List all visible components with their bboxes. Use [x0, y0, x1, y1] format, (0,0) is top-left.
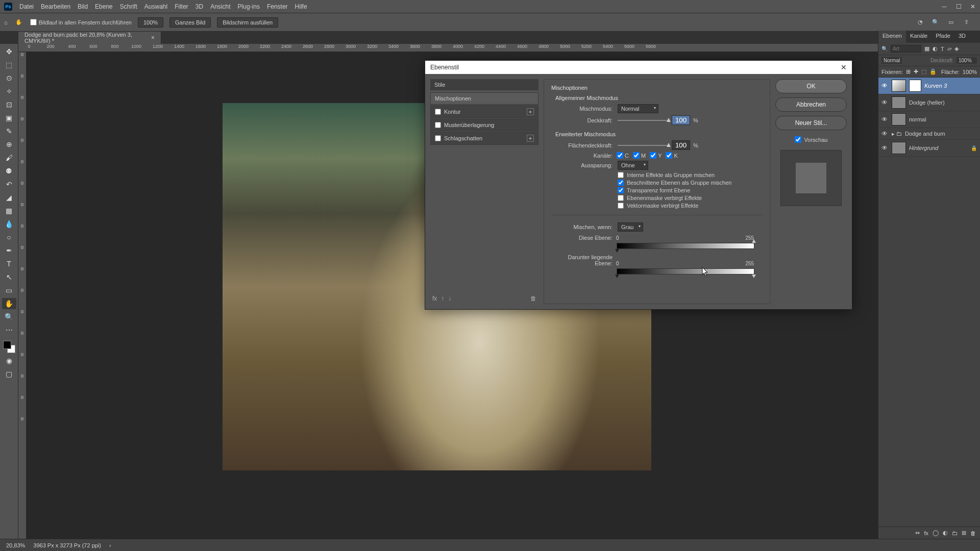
ruler-vertical[interactable]: 000000000000000000: [18, 52, 27, 539]
layer-filter-input[interactable]: [891, 45, 921, 53]
layer-row[interactable]: 👁▸ 🗀Dodge and burn: [878, 128, 980, 140]
zoom-tool[interactable]: 🔍: [2, 311, 16, 322]
menu-plugins[interactable]: Plug-ins: [238, 3, 260, 10]
layer-row[interactable]: 👁Hintergrund🔒: [878, 140, 980, 157]
visibility-icon[interactable]: 👁: [881, 116, 889, 123]
down-icon[interactable]: ↓: [448, 295, 451, 302]
layer-thumbnail[interactable]: [892, 142, 906, 154]
edit-toolbar[interactable]: ⋯: [2, 324, 16, 336]
style-drop-shadow[interactable]: Schlagschatten+: [430, 132, 538, 145]
fill-screen-button[interactable]: Bildschirm ausfüllen: [217, 17, 278, 28]
share-icon[interactable]: ⇪: [962, 18, 971, 27]
visibility-icon[interactable]: 👁: [881, 144, 889, 152]
blend-mode-display[interactable]: Normal: [881, 57, 902, 64]
fx-icon[interactable]: fx: [432, 295, 437, 302]
menu-fenster[interactable]: Fenster: [267, 3, 288, 10]
menu-ebene[interactable]: Ebene: [95, 3, 113, 10]
ruler-horizontal[interactable]: 0200400600800100012001400160018002000220…: [18, 44, 878, 52]
opacity-value[interactable]: 100%: [957, 57, 977, 64]
chk-clipped-layers[interactable]: [618, 180, 624, 186]
layer-name[interactable]: Dodge and burn: [905, 131, 945, 137]
stamp-tool[interactable]: ⚉: [2, 165, 16, 177]
minimize-button[interactable]: ─: [937, 0, 951, 13]
foreground-color[interactable]: [3, 341, 11, 349]
wand-tool[interactable]: ✧: [2, 86, 16, 97]
home-icon[interactable]: ⌂: [4, 19, 8, 26]
tab-kanaele[interactable]: Kanäle: [906, 31, 932, 43]
hand-tool-icon[interactable]: ✋: [14, 17, 24, 28]
zoom-level[interactable]: 20,83%: [6, 542, 25, 548]
tab-3d[interactable]: 3D: [954, 31, 970, 43]
brush-tool[interactable]: 🖌: [2, 152, 16, 163]
style-stroke-checkbox[interactable]: [435, 109, 441, 115]
channel-y-checkbox[interactable]: [650, 152, 656, 159]
dialog-close-icon[interactable]: ✕: [841, 63, 847, 71]
channel-m-checkbox[interactable]: [633, 152, 640, 159]
path-tool[interactable]: ↖: [2, 271, 16, 283]
layer-row[interactable]: 👁normal: [878, 111, 980, 128]
layer-name[interactable]: Kurven 3: [924, 83, 947, 89]
menu-bearbeiten[interactable]: Bearbeiten: [41, 3, 70, 10]
gradient-tool[interactable]: ▦: [2, 205, 16, 216]
scroll-all-checkbox[interactable]: Bildlauf in allen Fenstern durchführen: [30, 19, 132, 26]
blur-tool[interactable]: 💧: [2, 218, 16, 230]
layer-thumbnail[interactable]: [892, 113, 906, 126]
layer-name[interactable]: Dodge (heller): [909, 99, 945, 106]
delete-layer-icon[interactable]: 🗑: [970, 530, 976, 536]
crop-tool[interactable]: ⊡: [2, 99, 16, 110]
filter-img-icon[interactable]: ▦: [924, 45, 929, 52]
close-button[interactable]: ✕: [966, 0, 980, 13]
layer-name[interactable]: normal: [909, 116, 926, 122]
color-swatches[interactable]: [3, 341, 15, 353]
screenmode-tool[interactable]: ▢: [2, 368, 16, 380]
dodge-tool[interactable]: ○: [2, 232, 16, 243]
style-shadow-checkbox[interactable]: [435, 135, 441, 141]
chk-internal-effects[interactable]: [618, 172, 624, 178]
adjustment-icon[interactable]: ◐: [943, 530, 948, 536]
pen-tool[interactable]: ✒: [2, 245, 16, 256]
heal-tool[interactable]: ⊕: [2, 139, 16, 150]
lock-pixels-icon[interactable]: ⊞: [906, 68, 911, 75]
move-tool[interactable]: ✥: [2, 46, 16, 57]
add-icon[interactable]: +: [527, 108, 534, 115]
fit-screen-button[interactable]: Ganzes Bild: [169, 17, 211, 28]
history-brush-tool[interactable]: ↶: [2, 179, 16, 190]
close-tab-icon[interactable]: ×: [151, 34, 155, 41]
eyedropper-tool[interactable]: ✎: [2, 126, 16, 137]
lock-artboard-icon[interactable]: ⬚: [921, 68, 926, 75]
layer-thumbnail[interactable]: [892, 80, 906, 92]
lock-all-icon[interactable]: 🔒: [929, 68, 937, 75]
fx-icon[interactable]: fx: [924, 530, 928, 536]
fill-value[interactable]: 100%: [963, 69, 977, 75]
frame-tool[interactable]: ▣: [2, 112, 16, 123]
zoom-100-button[interactable]: 100%: [138, 17, 163, 28]
chk-vector-mask-hides[interactable]: [618, 203, 624, 209]
this-layer-gradient[interactable]: [617, 243, 754, 249]
channel-c-checkbox[interactable]: [617, 152, 623, 159]
tab-pfade[interactable]: Pfade: [932, 31, 954, 43]
layer-mask-thumbnail[interactable]: [909, 80, 921, 92]
quickmask-tool[interactable]: ◉: [2, 355, 16, 366]
layer-thumbnail[interactable]: [892, 96, 906, 109]
menu-filter[interactable]: Filter: [175, 3, 188, 10]
mask-icon[interactable]: ◯: [933, 530, 939, 536]
filter-smart-icon[interactable]: ◈: [954, 45, 959, 52]
ok-button[interactable]: OK: [775, 79, 847, 93]
lock-position-icon[interactable]: ✚: [914, 68, 918, 75]
hand-tool[interactable]: ✋: [2, 298, 16, 309]
opacity-input[interactable]: [672, 115, 690, 125]
dialog-titlebar[interactable]: Ebenenstil ✕: [425, 61, 852, 74]
new-style-button[interactable]: Neuer Stil...: [775, 116, 847, 130]
chk-transparency-shapes[interactable]: [618, 187, 624, 193]
style-stroke[interactable]: Kontur+: [430, 105, 538, 118]
status-caret-icon[interactable]: ›: [109, 542, 111, 548]
style-pattern-checkbox[interactable]: [435, 122, 441, 128]
underlying-layer-gradient[interactable]: [617, 268, 754, 274]
folder-icon[interactable]: ▸ 🗀: [892, 131, 902, 137]
cloud-icon[interactable]: ◔: [916, 18, 925, 27]
lasso-tool[interactable]: ⊙: [2, 72, 16, 84]
tab-ebenen[interactable]: Ebenen: [878, 31, 906, 43]
filter-adj-icon[interactable]: ◐: [933, 45, 938, 52]
layer-row[interactable]: 👁Dodge (heller): [878, 94, 980, 111]
style-blending-options[interactable]: Mischoptionen: [430, 92, 538, 105]
